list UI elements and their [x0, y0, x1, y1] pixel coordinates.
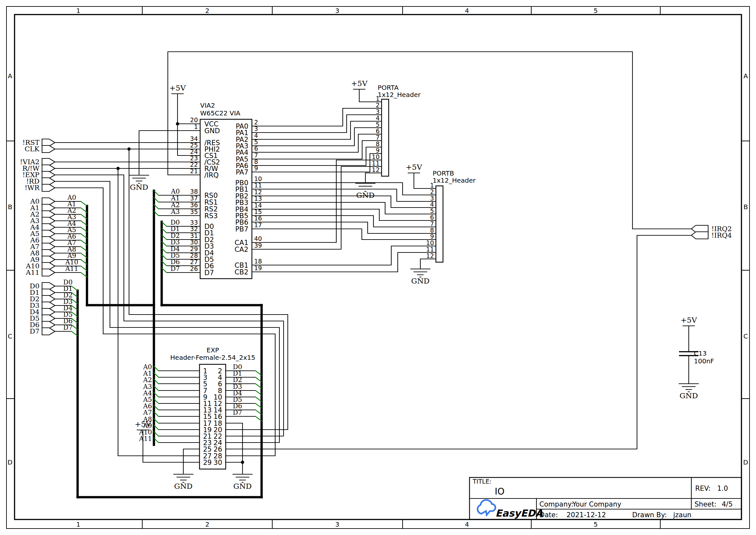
component-ref: EXP — [207, 346, 219, 354]
gnd-symbol — [679, 384, 698, 392]
net-flag-A7[interactable] — [42, 243, 55, 250]
pin-number: 4 — [254, 132, 258, 139]
frame-col-bottom: 2 — [205, 521, 210, 528]
easyeda-logo[interactable]: EasyEDA — [478, 500, 543, 519]
net-flag-R/!W[interactable] — [42, 165, 55, 172]
pin-number: 2 — [254, 119, 258, 126]
component-ref: PORTA — [378, 84, 399, 92]
frame-row-right: C — [743, 332, 748, 340]
pin-number: 11 — [372, 160, 380, 167]
gnd-label: GND — [233, 482, 252, 491]
junction-dot — [128, 147, 131, 151]
pin-number: 21 — [190, 167, 198, 175]
gnd-symbol — [411, 269, 430, 277]
frame-col-top: 1 — [76, 7, 80, 14]
gnd-label: GND — [130, 183, 148, 191]
wire — [365, 173, 382, 183]
schematic-canvas: EasyEDA 1122334455AABBCCDD+5V+5V+5V+5V+5… — [0, 0, 756, 535]
sheet-value: 4/5 — [722, 500, 733, 508]
net-flag-A6[interactable] — [42, 237, 55, 244]
net-flag-D1[interactable] — [42, 289, 55, 296]
net-flag-A5[interactable] — [42, 230, 55, 237]
pin-name: /IRQ — [204, 171, 218, 179]
net-flag-A1[interactable] — [42, 204, 55, 211]
wire — [118, 168, 199, 456]
pin-number: 17 — [254, 221, 262, 229]
frame-col-top: 3 — [335, 7, 339, 14]
pin-number: 7 — [430, 220, 434, 227]
net-flag-A4[interactable] — [42, 224, 55, 231]
net-flag-D4[interactable] — [42, 308, 55, 316]
net-flag-!WR[interactable] — [42, 184, 55, 191]
net-flag-label: !IRQ4 — [712, 232, 732, 239]
portb-body[interactable] — [436, 186, 443, 262]
wire — [252, 229, 436, 239]
pin-number: 3 — [376, 108, 380, 115]
net-flag-!RST[interactable] — [42, 139, 55, 146]
net-flag-label: A11 — [26, 268, 40, 276]
net-flag-D3[interactable] — [42, 302, 55, 309]
pin-number: 15 — [254, 208, 262, 215]
pin-number: 9 — [430, 233, 434, 240]
wire — [252, 252, 436, 272]
component-ref: PORTB — [433, 169, 454, 177]
pin-name: D7 — [204, 269, 214, 277]
pin-number: 1 — [194, 123, 198, 130]
pin-number: 2 — [376, 101, 380, 109]
wire — [183, 449, 199, 474]
net-flag-A3[interactable] — [42, 217, 55, 224]
net-flag-A0[interactable] — [42, 198, 55, 205]
frame-col-bottom: 4 — [465, 521, 469, 528]
pin-number: 40 — [254, 235, 262, 242]
frame-row-right: A — [743, 72, 748, 80]
pin-number: 10 — [254, 175, 262, 182]
pin-number: 9 — [376, 147, 380, 154]
frame-col-top: 4 — [465, 7, 469, 14]
net-flag-A11[interactable] — [42, 269, 55, 276]
frame-row-left: C — [8, 332, 12, 340]
component-value: Header-Female-2.54_2x15 — [170, 354, 255, 361]
pin-number: 4 — [376, 114, 380, 122]
net-flag-!VIA2[interactable] — [42, 158, 55, 165]
pin-number: 30 — [214, 459, 222, 466]
net-flag-A2[interactable] — [42, 211, 55, 218]
pin-number: 7 — [254, 152, 258, 159]
wire — [252, 141, 382, 159]
net-flag-!IRQ4[interactable] — [691, 232, 708, 239]
wire — [252, 246, 436, 265]
net-flag-D7[interactable] — [42, 328, 55, 335]
wire — [226, 235, 691, 449]
pin-number: 38 — [190, 188, 198, 195]
net-flag-D0[interactable] — [42, 283, 55, 290]
junction-dot — [116, 167, 120, 170]
pin-name: CB2 — [235, 268, 248, 276]
pin-number: 8 — [376, 140, 380, 147]
frame-row-right: B — [743, 203, 748, 211]
net-flag-D5[interactable] — [42, 315, 55, 322]
porta-body[interactable] — [382, 99, 389, 176]
net-flag-A8[interactable] — [42, 250, 55, 257]
wire — [252, 216, 436, 227]
component-value: 1x12_Header — [378, 91, 421, 99]
frame-row-left: D — [8, 458, 12, 466]
net-flag-A10[interactable] — [42, 263, 55, 269]
net-flag-A9[interactable] — [42, 256, 55, 263]
wire — [252, 202, 436, 214]
schematic-sheet: EasyEDA 1122334455AABBCCDD+5V+5V+5V+5V+5… — [0, 0, 756, 535]
vcc-label: +5V — [406, 163, 422, 171]
bus-entry — [81, 201, 87, 206]
net-flag-D6[interactable] — [42, 321, 55, 328]
rev-value: 1.0 — [717, 485, 728, 492]
pin-number: 30 — [190, 239, 198, 246]
pin-name: PA7 — [236, 168, 248, 176]
net-flag-!EXP[interactable] — [42, 171, 55, 179]
pin-number: 3 — [254, 125, 258, 132]
net-flag-!RD[interactable] — [42, 178, 55, 185]
net-flag-label: !WR — [25, 184, 40, 192]
pin-number: 6 — [430, 214, 434, 221]
net-flag-D2[interactable] — [42, 296, 55, 302]
pin-number: 29 — [203, 459, 212, 466]
component-value: W65C22 VIA — [200, 109, 241, 117]
net-flag-CLK[interactable] — [42, 146, 55, 153]
net-flag-!IRQ2[interactable] — [691, 225, 708, 233]
